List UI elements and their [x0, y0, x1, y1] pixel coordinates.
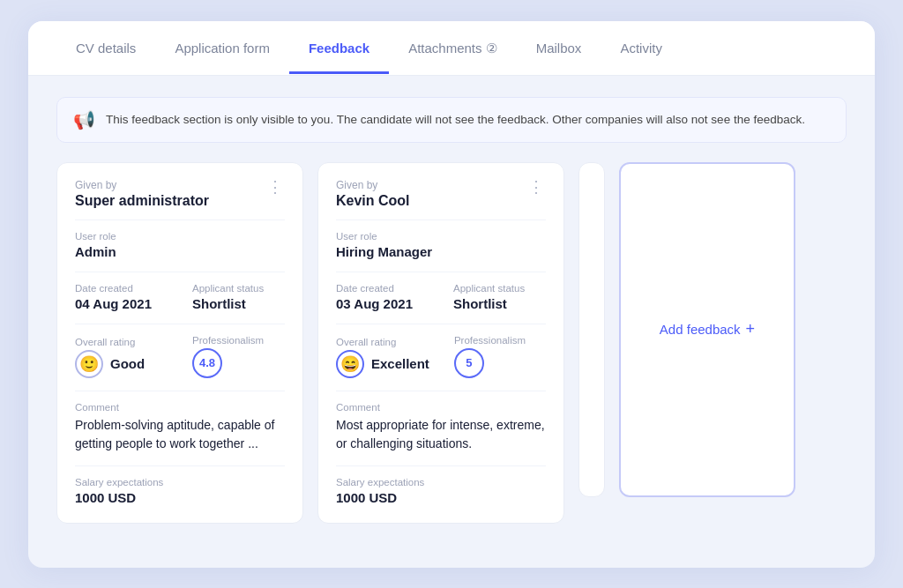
- card-0-prof-block: Professionalism 4.8: [192, 335, 285, 378]
- banner-text: This feedback section is only visible to…: [106, 113, 805, 126]
- tab-application-form[interactable]: Application form: [155, 21, 289, 74]
- card-0-date-label: Date created: [75, 283, 168, 294]
- card-1-rating-block: Overall rating 😄 Excellent: [336, 337, 429, 378]
- card-1-menu-dots[interactable]: ⋮: [526, 179, 546, 195]
- card-1-date-block: Date created 03 Aug 2021: [336, 283, 429, 311]
- feedback-cards-row: Given by Super administrator ⋮ User role…: [56, 162, 847, 524]
- tab-feedback[interactable]: Feedback: [289, 21, 389, 74]
- main-window: CV details Application form Feedback Att…: [28, 21, 875, 568]
- card-1-prof-row: 5: [454, 348, 546, 378]
- card-1-rating-text: Excellent: [371, 356, 429, 371]
- card-0-date-value: 04 Aug 2021: [75, 296, 168, 311]
- card-1-comment-text: Most appropriate for intense, extreme, o…: [336, 416, 546, 453]
- card-1-prof-label: Professionalism: [454, 335, 546, 346]
- feedback-content: 📢 This feedback section is only visible …: [28, 76, 875, 548]
- card-0-prof-row: 4.8: [192, 348, 285, 378]
- card-1-status-block: Applicant status Shortlist: [453, 283, 546, 311]
- card-0-comment-label: Comment: [75, 402, 285, 413]
- card-0-menu-dots[interactable]: ⋮: [265, 179, 285, 195]
- megaphone-icon: 📢: [73, 109, 95, 130]
- card-0-given-by-block: Given by Super administrator: [75, 179, 209, 209]
- card-1-rating-row: 😄 Excellent: [336, 350, 429, 378]
- card-1-status-value: Shortlist: [453, 296, 546, 311]
- card-0-date-block: Date created 04 Aug 2021: [75, 283, 168, 311]
- add-feedback-button[interactable]: Add feedback +: [660, 320, 755, 339]
- partial-card: [578, 162, 605, 497]
- card-0-prof-circle: 4.8: [192, 348, 222, 378]
- card-1-date-label: Date created: [336, 283, 429, 294]
- card-0-rating-text: Good: [110, 356, 145, 371]
- card-0-status-value: Shortlist: [192, 296, 285, 311]
- card-1-given-by-block: Given by Kevin Cool: [336, 179, 410, 209]
- card-0-rating-emoji: 🙂: [75, 350, 103, 378]
- card-1-given-by-label: Given by: [336, 179, 410, 191]
- feedback-card-1: Given by Kevin Cool ⋮ User role Hiring M…: [317, 162, 564, 524]
- card-0-given-by-label: Given by: [75, 179, 209, 191]
- card-1-salary-value: 1000 USD: [336, 490, 546, 505]
- card-0-comment-text: Problem-solving aptitude, capable of get…: [75, 416, 285, 453]
- card-0-given-by-value: Super administrator: [75, 193, 209, 209]
- card-1-given-by-value: Kevin Cool: [336, 193, 410, 209]
- card-0-header: Given by Super administrator ⋮: [75, 179, 285, 209]
- card-1-comment-label: Comment: [336, 402, 546, 413]
- card-0-status-block: Applicant status Shortlist: [192, 283, 285, 311]
- card-1-status-label: Applicant status: [453, 283, 546, 294]
- card-0-status-label: Applicant status: [192, 283, 285, 294]
- tab-activity[interactable]: Activity: [601, 21, 682, 74]
- card-0-role-value: Admin: [75, 244, 285, 259]
- card-1-prof-circle: 5: [454, 348, 484, 378]
- card-1-role-label: User role: [336, 231, 546, 242]
- card-1-salary-label: Salary expectations: [336, 477, 546, 488]
- feedback-card-0: Given by Super administrator ⋮ User role…: [56, 162, 303, 524]
- add-feedback-label: Add feedback: [660, 322, 741, 337]
- card-1-prof-block: Professionalism 5: [454, 335, 546, 378]
- card-1-date-value: 03 Aug 2021: [336, 296, 429, 311]
- info-banner: 📢 This feedback section is only visible …: [56, 97, 847, 143]
- card-0-rating-label: Overall rating: [75, 337, 168, 347]
- card-1-rating-label: Overall rating: [336, 337, 429, 347]
- card-0-role-label: User role: [75, 231, 285, 242]
- card-1-header: Given by Kevin Cool ⋮: [336, 179, 546, 209]
- tab-attachments[interactable]: Attachments ②: [389, 21, 517, 75]
- card-0-salary-label: Salary expectations: [75, 477, 285, 488]
- card-0-prof-label: Professionalism: [192, 335, 285, 346]
- card-0-salary-value: 1000 USD: [75, 490, 285, 505]
- card-1-role-value: Hiring Manager: [336, 244, 546, 259]
- add-feedback-card[interactable]: Add feedback +: [619, 162, 795, 497]
- tab-cv-details[interactable]: CV details: [56, 21, 155, 74]
- tab-bar: CV details Application form Feedback Att…: [28, 21, 875, 76]
- card-1-rating-emoji: 😄: [336, 350, 364, 378]
- plus-icon: +: [746, 320, 756, 339]
- card-0-rating-block: Overall rating 🙂 Good: [75, 337, 168, 378]
- card-0-rating-row: 🙂 Good: [75, 350, 168, 378]
- tab-mailbox[interactable]: Mailbox: [517, 21, 601, 74]
